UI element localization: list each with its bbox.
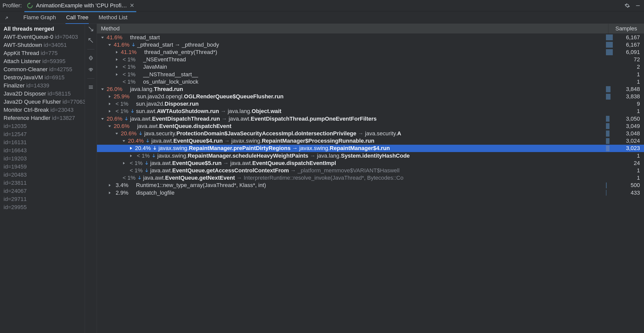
thread-item[interactable]: id=23811 [0, 179, 85, 187]
call-tree-row[interactable]: 3.4%Runtime1::new_type_array(JavaThread*… [97, 182, 644, 189]
thread-sidebar[interactable]: All threads merged AWT-EventQueue-0id=70… [0, 24, 85, 333]
samples-value: 3,049 [626, 123, 641, 130]
profiler-view-tabs: Flame Graph Call Tree Method List [0, 11, 644, 24]
collapse-up-icon[interactable] [87, 37, 94, 44]
thread-item[interactable]: id=12547 [0, 130, 85, 138]
disclosure-icon[interactable] [107, 125, 112, 128]
samples-value: 3,050 [626, 116, 641, 122]
gear-icon[interactable] [624, 2, 631, 9]
thread-item[interactable]: id=19459 [0, 163, 85, 171]
thread-item[interactable]: AWT-EventQueue-0id=70403 [0, 33, 85, 41]
method-signature: sun.java2d.Disposer.run [135, 101, 606, 107]
call-tree-row[interactable]: 26.0%java.lang.Thread.run3,848 [97, 85, 644, 93]
thread-item[interactable]: Reference Handlerid=13827 [0, 114, 85, 122]
disclosure-icon[interactable] [114, 51, 119, 54]
call-tree-row[interactable]: 25.9%sun.java2d.opengl.OGLRenderQueue$Qu… [97, 93, 644, 100]
disclosure-icon[interactable] [107, 184, 112, 187]
recursive-arrow-icon [144, 161, 149, 165]
call-tree-row[interactable]: 20.6%java.awt.EventQueue.dispatchEvent3,… [97, 122, 644, 130]
svg-rect-5 [89, 87, 93, 87]
thread-item[interactable]: id=24067 [0, 187, 85, 195]
svg-marker-24 [109, 184, 111, 187]
thread-item[interactable]: Java2D Queue Flusherid=77063 [0, 98, 85, 106]
thread-item[interactable]: Common-Cleanerid=42755 [0, 65, 85, 73]
call-tree-row[interactable]: < 1%sun.awt.AWTAutoShutdown.run → java.l… [97, 108, 644, 115]
thread-item[interactable]: id=19203 [0, 155, 85, 163]
samples-cell: 1 [606, 174, 641, 182]
thread-item[interactable]: id=20483 [0, 171, 85, 179]
disclosure-icon[interactable] [128, 154, 133, 157]
call-tree-row[interactable]: 41.1%thread_native_entry(Thread*)6,091 [97, 48, 644, 56]
call-tree-row[interactable]: < 1%java.awt.EventQueue.getNextEvent → I… [97, 174, 644, 182]
call-tree-row[interactable]: < 1%javax.swing.RepaintManager.scheduleH… [97, 152, 644, 159]
percentage: 41.6% [105, 34, 124, 41]
disclosure-icon[interactable] [100, 88, 105, 91]
menu-icon[interactable] [87, 84, 94, 91]
thread-item[interactable]: DestroyJavaVMid=6915 [0, 73, 85, 82]
call-tree-row[interactable]: 20.6%java.security.ProtectionDomain$Java… [97, 130, 644, 137]
thread-item[interactable]: id=29711 [0, 195, 85, 203]
tab-call-tree[interactable]: Call Tree [65, 12, 89, 24]
call-tree-row[interactable]: 20.6%java.awt.EventDispatchThread.run → … [97, 115, 644, 122]
call-tree-row[interactable]: 41.6%_pthread_start → _pthread_body6,167 [97, 41, 644, 48]
thread-item[interactable]: id=29955 [0, 203, 85, 211]
expand-down-icon[interactable] [87, 25, 94, 32]
disclosure-icon[interactable] [114, 58, 119, 61]
close-tab-icon[interactable]: ✕ [130, 2, 134, 9]
thread-item[interactable]: Monitor Ctrl-Breakid=23043 [0, 106, 85, 114]
disclosure-icon[interactable] [107, 191, 112, 194]
svg-marker-8 [108, 44, 111, 46]
filter-icon[interactable] [87, 66, 94, 73]
tab-method-list[interactable]: Method List [98, 12, 128, 23]
col-method[interactable]: Method [97, 25, 608, 32]
disclosure-icon[interactable] [100, 36, 105, 39]
disclosure-icon[interactable] [107, 43, 112, 46]
rerun-icon[interactable] [26, 2, 33, 9]
disclosure-icon[interactable] [128, 147, 133, 150]
samples-cell: 3,049 [606, 122, 641, 130]
thread-item[interactable]: id=16643 [0, 146, 85, 155]
percentage: 20.4% [126, 138, 145, 144]
profiler-session-tab[interactable]: AnimationExample with 'CPU Profi… ✕ [24, 0, 136, 12]
call-tree-row[interactable]: 2.9%dispatch_logfile433 [97, 189, 644, 196]
thread-item[interactable]: Java2D Disposerid=58115 [0, 90, 85, 98]
call-tree-row[interactable]: 41.6%thread_start6,167 [97, 34, 644, 41]
call-tree-row[interactable]: < 1%_NSEventThread72 [97, 56, 644, 63]
disclosure-icon[interactable] [114, 65, 119, 68]
call-tree-row[interactable]: < 1%__NSThread__start__1 [97, 71, 644, 78]
disclosure-icon[interactable] [100, 117, 105, 120]
thread-item[interactable]: AWT-Shutdownid=34051 [0, 41, 85, 49]
disclosure-icon[interactable] [114, 73, 119, 76]
disclosure-icon[interactable] [107, 95, 112, 98]
call-tree-row[interactable]: 20.4%java.awt.EventQueue$4.run → javax.s… [97, 137, 644, 145]
disclosure-icon[interactable] [114, 132, 119, 135]
svg-marker-23 [123, 162, 125, 164]
disclosure-icon[interactable] [121, 162, 126, 165]
call-tree-row[interactable]: 20.4%javax.swing.RepaintManager.prePaint… [97, 145, 644, 152]
thread-id: id=29955 [4, 204, 27, 211]
collapse-all-icon[interactable] [87, 54, 94, 62]
call-tree-row[interactable]: < 1%os_unfair_lock_unlock1 [97, 78, 644, 85]
samples-cell: 24 [606, 159, 641, 167]
disclosure-icon[interactable] [107, 102, 112, 105]
disclosure-icon[interactable] [107, 110, 112, 113]
disclosure-icon[interactable] [121, 139, 126, 142]
thread-id: id=29711 [4, 196, 27, 202]
thread-item[interactable]: Attach Listenerid=59395 [0, 57, 85, 65]
call-tree-row[interactable]: < 1%sun.java2d.Disposer.run9 [97, 100, 644, 108]
samples-bar [606, 131, 609, 136]
method-signature: dispatch_logfile [135, 190, 606, 196]
thread-item[interactable]: id=16131 [0, 138, 85, 146]
thread-item[interactable]: Finalizerid=14339 [0, 82, 85, 90]
call-tree-row[interactable]: < 1%JavaMain2 [97, 63, 644, 71]
threads-header[interactable]: All threads merged [0, 25, 85, 33]
minimize-icon[interactable] [634, 2, 641, 9]
tab-flame-graph[interactable]: Flame Graph [23, 12, 56, 23]
thread-item[interactable]: AppKit Threadid=775 [0, 49, 85, 57]
open-in-window-icon[interactable] [4, 14, 11, 21]
call-tree-row[interactable]: < 1%java.awt.EventQueue.getAccessControl… [97, 167, 644, 174]
thread-item[interactable]: id=12035 [0, 122, 85, 130]
col-samples[interactable]: Samples [608, 24, 644, 33]
call-tree-row[interactable]: < 1%java.awt.EventQueue$5.run → java.awt… [97, 159, 644, 167]
samples-value: 3,848 [626, 86, 641, 92]
